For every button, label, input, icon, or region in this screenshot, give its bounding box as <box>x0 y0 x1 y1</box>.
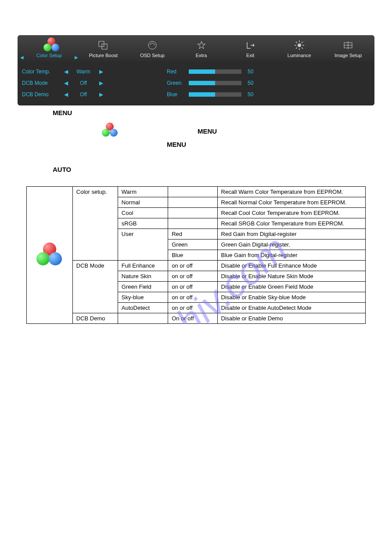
tab-osd-setup[interactable]: OSD Setup <box>128 38 177 60</box>
channel-name: Green <box>167 80 189 86</box>
tab-color-setup[interactable]: Color Setup <box>25 38 74 60</box>
table-cell: on or off <box>168 282 217 292</box>
osd-body: Color Temp. ◀ Warm ▶ DCB Mode ◀ Off ▶ DC… <box>18 62 374 105</box>
increase-icon[interactable]: ▶ <box>97 80 105 86</box>
setting-value: Warm <box>70 69 97 75</box>
tab-image-setup[interactable]: Image Setup <box>324 38 373 60</box>
decrease-icon[interactable]: ◀ <box>61 69 70 75</box>
osd-setting-dcb-mode: DCB Mode ◀ Off ▶ <box>22 77 140 89</box>
table-cell: on or off <box>168 292 217 303</box>
table-cell: Blue <box>168 250 217 261</box>
instructions: MENU MENU MENU AUTO <box>53 109 392 173</box>
rgb-green: Green 50 <box>167 77 370 89</box>
table-cell <box>118 313 168 324</box>
osd-tab-bar: ◀ Color Setup ▶ Picture Boost OSD Setup … <box>18 35 374 62</box>
setting-value: Off <box>70 80 97 86</box>
table-cell <box>168 187 217 197</box>
tab-label: Color Setup <box>36 53 62 58</box>
image-setup-icon <box>342 40 355 51</box>
table-cell: Nature Skin <box>118 271 168 282</box>
table-cell: User <box>118 229 168 261</box>
table-cell: On or off <box>168 313 217 324</box>
table-cell: Disable or Enable Demo <box>217 313 365 324</box>
decrease-icon[interactable]: ◀ <box>61 91 70 98</box>
tab-label: Image Setup <box>334 53 362 58</box>
osd-setting-dcb-demo: DCB Demo ◀ Off ▶ <box>22 89 140 100</box>
increase-icon[interactable]: ▶ <box>97 69 105 75</box>
next-tab-icon[interactable]: ▶ <box>74 55 79 60</box>
menu-key: MENU <box>167 141 186 148</box>
osd-panel: ◀ Color Setup ▶ Picture Boost OSD Setup … <box>18 35 374 105</box>
svg-line-13 <box>302 42 303 43</box>
table-cell: Red <box>168 229 217 239</box>
setting-name: DCB Demo <box>22 91 61 98</box>
svg-marker-4 <box>198 41 205 49</box>
color-setup-icon <box>43 40 56 51</box>
setting-name: Color Temp. <box>22 69 61 75</box>
table-cell: on or off <box>168 271 217 282</box>
tab-exit[interactable]: Exit <box>226 38 275 60</box>
menu-key: MENU <box>53 109 72 116</box>
auto-key: AUTO <box>53 166 71 173</box>
table-icon-cell <box>27 187 73 324</box>
table-cell: Recall SRGB Color Temperature from EEPRO… <box>217 218 365 229</box>
osd-setup-icon <box>146 40 159 51</box>
table-cell: Color setup. <box>72 187 118 261</box>
table-cell: Disable or Enable Nature Skin Mode <box>217 271 365 282</box>
rgb-red: Red 50 <box>167 66 370 77</box>
table-cell: Recall Warm Color Temperature from EEPRO… <box>217 187 365 197</box>
table-cell: DCB Demo <box>72 313 118 324</box>
tab-extra[interactable]: Extra <box>177 38 226 60</box>
color-setup-icon <box>101 123 119 138</box>
slider-track[interactable] <box>189 69 241 74</box>
table-cell: Sky-blue <box>118 292 168 303</box>
table-cell: Green Field <box>118 282 168 292</box>
table-cell <box>168 208 217 218</box>
table-cell: AutoDetect <box>118 303 168 313</box>
tab-picture-boost[interactable]: Picture Boost <box>79 38 128 60</box>
slider-track[interactable] <box>189 81 241 85</box>
table-cell: on or off <box>168 303 217 313</box>
table-cell: Warm <box>118 187 168 197</box>
color-setup-icon <box>36 243 63 267</box>
table-cell: Recall Cool Color Temperature from EEPRO… <box>217 208 365 218</box>
menu-key: MENU <box>198 127 217 135</box>
channel-name: Red <box>167 69 189 75</box>
table-cell: Disable or Enable Full Enhance Mode <box>217 261 365 271</box>
picture-boost-icon <box>97 40 110 51</box>
table-cell: Blue Gain from Digital-register <box>217 250 365 261</box>
table-cell: Full Enhance <box>118 261 168 271</box>
tab-label: Luminance <box>288 53 311 58</box>
table-cell: Green Gain Digital-register. <box>217 239 365 250</box>
svg-point-3 <box>148 41 156 49</box>
decrease-icon[interactable]: ◀ <box>61 80 70 86</box>
tab-label: OSD Setup <box>140 53 165 58</box>
table-cell: Normal <box>118 197 168 208</box>
svg-point-5 <box>298 44 301 47</box>
tab-label: Extra <box>196 53 207 58</box>
setting-name: DCB Mode <box>22 80 61 86</box>
svg-line-11 <box>302 47 303 49</box>
channel-value: 50 <box>248 80 261 86</box>
channel-value: 50 <box>248 91 261 98</box>
prev-tab-icon[interactable]: ◀ <box>19 55 25 60</box>
table-cell: Red Gain from Digital-register <box>217 229 365 239</box>
table-cell: Disable or Enable Green Field Mode <box>217 282 365 292</box>
table-cell: Disable or Enable AutoDetect Mode <box>217 303 365 313</box>
osd-setting-color-temp: Color Temp. ◀ Warm ▶ <box>22 66 140 77</box>
increase-icon[interactable]: ▶ <box>97 91 105 98</box>
slider-track[interactable] <box>189 92 241 97</box>
rgb-blue: Blue 50 <box>167 89 370 100</box>
table-cell: Cool <box>118 208 168 218</box>
settings-table: Color setup. Warm Recall Warm Color Temp… <box>26 186 366 324</box>
setting-value: Off <box>70 91 97 98</box>
tab-luminance[interactable]: Luminance <box>275 38 324 60</box>
table-cell: sRGB <box>118 218 168 229</box>
exit-icon <box>244 40 257 51</box>
extra-icon <box>195 40 208 51</box>
channel-value: 50 <box>248 69 261 75</box>
luminance-icon <box>293 40 306 51</box>
table-cell: on or off <box>168 261 217 271</box>
table-cell: DCB Mode <box>72 261 118 313</box>
table-cell: Disable or Enable Sky-blue Mode <box>217 292 365 303</box>
